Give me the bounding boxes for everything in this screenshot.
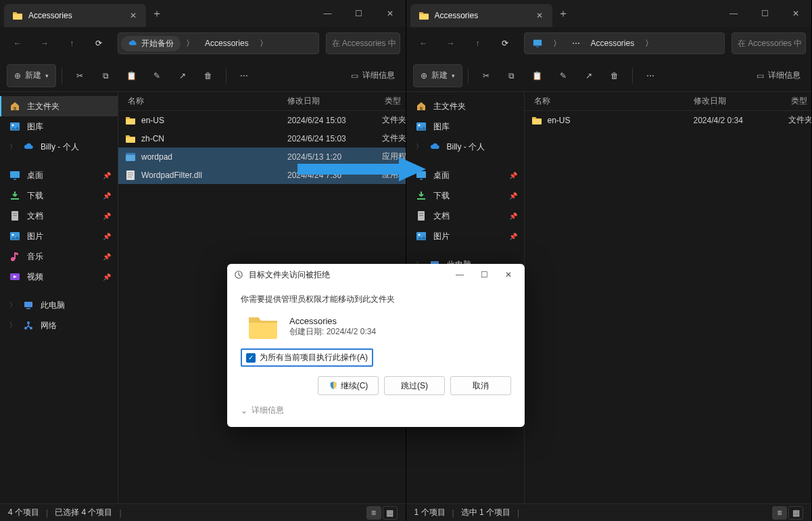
sidebar-item-pictures[interactable]: 图片📌	[406, 226, 524, 246]
chevron-icon[interactable]: 〉	[181, 35, 199, 52]
dialog-maximize-button[interactable]: ☐	[475, 270, 494, 279]
maximize-button[interactable]: ☐	[343, 0, 375, 27]
tab-close-icon[interactable]: ✕	[128, 11, 138, 20]
sidebar-item-documents[interactable]: 文档📌	[406, 206, 524, 226]
chevron-icon[interactable]: 〉	[9, 300, 16, 310]
close-button[interactable]: ✕	[375, 0, 406, 27]
file-row[interactable]: zh-CN2024/6/24 15:03文件夹	[118, 129, 406, 148]
forward-button[interactable]: →	[32, 31, 57, 55]
new-tab-button[interactable]: ＋	[552, 7, 574, 21]
tab-accessories[interactable]: Accessories ✕	[410, 4, 552, 27]
sidebar-item-personal[interactable]: 〉Billy - 个人	[406, 137, 524, 157]
share-button[interactable]: ↗	[170, 64, 195, 87]
cancel-button[interactable]: 取消	[450, 376, 511, 395]
cut-button[interactable]: ✂	[68, 64, 92, 87]
tab-close-icon[interactable]: ✕	[535, 11, 544, 20]
sidebar-item-pictures[interactable]: 图片📌	[0, 226, 118, 246]
column-headers[interactable]: 名称 修改日期 类型	[118, 92, 406, 111]
breadcrumb-folder[interactable]: Accessories	[199, 36, 254, 51]
dialog-close-button[interactable]: ✕	[499, 270, 518, 279]
chevron-icon[interactable]: 〉	[640, 35, 659, 52]
file-date: 2024/4/24 7:36	[287, 171, 382, 180]
paste-button[interactable]: 📋	[119, 64, 143, 87]
back-button[interactable]: ←	[5, 31, 30, 55]
cut-button[interactable]: ✂	[474, 64, 498, 87]
delete-button[interactable]: 🗑	[602, 64, 627, 87]
sidebar-item-documents[interactable]: 文档📌	[0, 206, 118, 226]
refresh-button[interactable]: ⟳	[493, 31, 517, 55]
sidebar-item-personal[interactable]: 〉Billy - 个人	[0, 137, 118, 157]
file-row[interactable]: wordpad2024/5/13 1:20应用程序	[118, 148, 406, 166]
view-grid-button[interactable]: ▦	[383, 506, 398, 520]
sidebar-item-gallery[interactable]: 图库	[406, 116, 524, 137]
sidebar-item-thispc[interactable]: 〉此电脑	[0, 295, 118, 315]
minimize-button[interactable]: ―	[718, 0, 749, 27]
sidebar-item-home[interactable]: 主文件夹	[0, 96, 118, 116]
up-button[interactable]: ↑	[466, 31, 490, 55]
sidebar-item-downloads[interactable]: 下载📌	[0, 185, 118, 206]
share-button[interactable]: ↗	[577, 64, 601, 87]
minimize-button[interactable]: ―	[312, 0, 343, 27]
col-header-type[interactable]: 类型	[382, 95, 406, 107]
sidebar-item-desktop[interactable]: 桌面📌	[406, 165, 524, 185]
up-button[interactable]: ↑	[59, 31, 84, 55]
col-header-date[interactable]: 修改日期	[287, 95, 382, 107]
new-button[interactable]: ⊕ 新建 ▾	[7, 64, 56, 87]
chevron-icon[interactable]: 〉	[9, 321, 16, 330]
sidebar-item-network[interactable]: 〉网络	[0, 315, 118, 336]
sidebar-item-music[interactable]: 音乐📌	[0, 246, 118, 267]
apply-all-checkbox[interactable]: ✓ 为所有当前项目执行此操作(A)	[241, 348, 373, 367]
file-row[interactable]: en-US2024/4/2 0:34文件夹	[525, 111, 812, 129]
status-selection: 已选择 4 个项目	[55, 507, 112, 518]
dialog-details-toggle[interactable]: ⌄ 详细信息	[241, 405, 511, 416]
close-button[interactable]: ✕	[780, 0, 811, 27]
details-pane-button[interactable]: ▭ 详细信息	[753, 64, 805, 87]
copy-button[interactable]: ⧉	[500, 64, 524, 87]
chevron-icon[interactable]: 〉	[416, 142, 423, 152]
search-input[interactable]: 在 Accessories 中	[732, 32, 806, 54]
paste-button[interactable]: 📋	[525, 64, 550, 87]
chevron-icon[interactable]: 〉	[9, 142, 16, 152]
breadcrumb-root[interactable]	[527, 36, 548, 51]
more-button[interactable]: ⋯	[232, 64, 256, 87]
new-button[interactable]: ⊕ 新建 ▾	[413, 64, 462, 87]
view-grid-button[interactable]: ▦	[788, 506, 803, 520]
file-row[interactable]: en-US2024/6/24 15:03文件夹	[118, 111, 406, 129]
more-button[interactable]: ⋯	[638, 64, 663, 87]
chevron-icon[interactable]: 〉	[254, 35, 273, 52]
file-row[interactable]: WordpadFilter.dll2024/4/24 7:36应用程序扩展	[118, 166, 406, 184]
chevron-icon[interactable]: 〉	[548, 35, 567, 52]
tab-accessories[interactable]: Accessories ✕	[4, 4, 146, 27]
breadcrumb-ellipsis[interactable]: ⋯	[567, 36, 586, 51]
sidebar-item-gallery[interactable]: 图库	[0, 116, 118, 137]
forward-button[interactable]: →	[439, 31, 463, 55]
back-button[interactable]: ←	[412, 31, 436, 55]
maximize-button[interactable]: ☐	[749, 0, 780, 27]
sidebar-item-home[interactable]: 主文件夹	[406, 96, 524, 116]
new-tab-button[interactable]: ＋	[146, 7, 168, 21]
details-pane-button[interactable]: ▭ 详细信息	[347, 64, 399, 87]
skip-button[interactable]: 跳过(S)	[384, 376, 445, 395]
search-input[interactable]: 在 Accessories 中	[326, 32, 400, 54]
sidebar-item-downloads[interactable]: 下载📌	[406, 185, 524, 206]
column-headers[interactable]: 名称 修改日期 类型	[525, 92, 812, 111]
sidebar-item-videos[interactable]: 视频📌	[0, 267, 118, 287]
breadcrumb[interactable]: 〉 ⋯ Accessories 〉	[524, 32, 725, 54]
view-details-button[interactable]: ≡	[366, 506, 381, 520]
continue-button[interactable]: 继续(C)	[318, 376, 379, 395]
breadcrumb[interactable]: 开始备份 〉 Accessories 〉	[118, 32, 319, 54]
view-details-button[interactable]: ≡	[772, 506, 787, 520]
rename-button[interactable]: ✎	[551, 64, 575, 87]
refresh-button[interactable]: ⟳	[87, 31, 111, 55]
copy-button[interactable]: ⧉	[93, 64, 118, 87]
col-header-date[interactable]: 修改日期	[694, 95, 788, 107]
backup-pill[interactable]: 开始备份	[121, 36, 181, 51]
breadcrumb-folder[interactable]: Accessories	[586, 36, 640, 51]
col-header-name[interactable]: 名称	[525, 95, 694, 107]
delete-button[interactable]: 🗑	[196, 64, 220, 87]
col-header-name[interactable]: 名称	[118, 95, 287, 107]
sidebar-item-desktop[interactable]: 桌面📌	[0, 165, 118, 185]
col-header-type[interactable]: 类型	[788, 95, 812, 107]
rename-button[interactable]: ✎	[145, 64, 169, 87]
dialog-minimize-button[interactable]: ―	[450, 270, 469, 279]
